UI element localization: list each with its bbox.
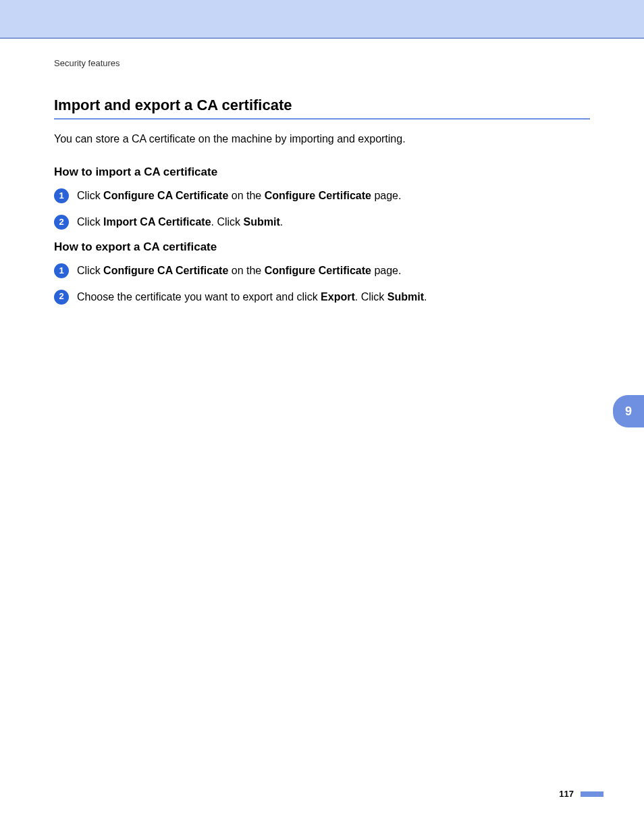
step-number-badge: 1 — [54, 188, 69, 203]
intro-paragraph: You can store a CA certificate on the ma… — [54, 132, 590, 147]
page-number: 117 — [559, 789, 574, 799]
step-row: 2Click Import CA Certificate. Click Subm… — [54, 215, 590, 230]
step-text: Click Configure CA Certificate on the Co… — [77, 263, 590, 278]
step-text: Choose the certificate you want to expor… — [77, 290, 590, 305]
step-number-badge: 2 — [54, 290, 69, 305]
top-band — [0, 0, 644, 38]
section-heading: How to import a CA certificate — [54, 165, 590, 179]
page-title: Import and export a CA certificate — [54, 97, 590, 120]
step-row: 1Click Configure CA Certificate on the C… — [54, 188, 590, 203]
page-content: Security features Import and export a CA… — [54, 58, 590, 315]
chapter-tab: 9 — [613, 395, 644, 427]
step-row: 2Choose the certificate you want to expo… — [54, 290, 590, 305]
step-number-badge: 2 — [54, 215, 69, 230]
step-number-badge: 1 — [54, 263, 69, 278]
page-footer: 117 — [559, 789, 603, 799]
breadcrumb: Security features — [54, 58, 590, 68]
step-text: Click Import CA Certificate. Click Submi… — [77, 215, 590, 230]
footer-accent-bar — [581, 791, 603, 797]
step-row: 1Click Configure CA Certificate on the C… — [54, 263, 590, 278]
step-text: Click Configure CA Certificate on the Co… — [77, 188, 590, 203]
section-heading: How to export a CA certificate — [54, 240, 590, 254]
top-rule — [0, 38, 644, 38]
